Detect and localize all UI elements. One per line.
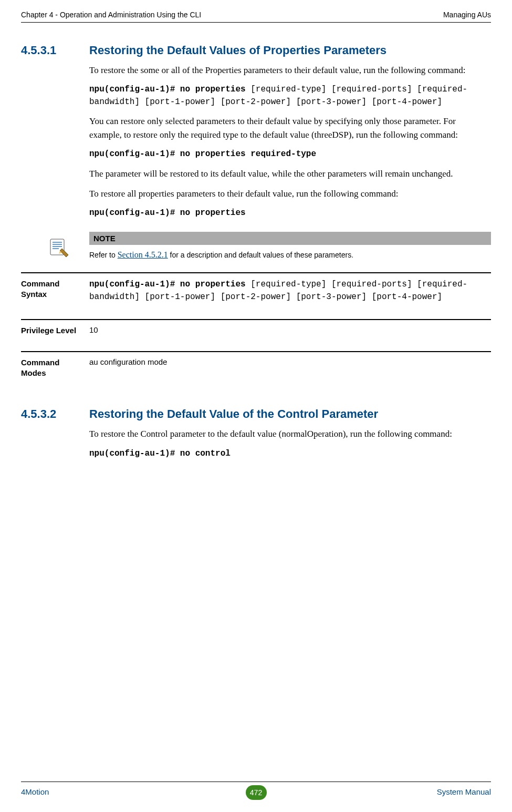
kv-value: au configuration mode — [89, 357, 491, 378]
kv-value: npu(config-au-1)# no properties [require… — [89, 279, 491, 303]
note-block: NOTE Refer to Section 4.5.2.1 for a desc… — [21, 232, 491, 263]
note-text-after: for a description and default values of … — [168, 251, 353, 259]
page-number-badge: 472 — [246, 785, 267, 800]
section-heading: 4.5.3.1 Restoring the Default Values of … — [21, 44, 491, 57]
modes-value: au configuration mode — [89, 357, 167, 366]
note-icon-cell — [21, 232, 89, 263]
footer-left: 4Motion — [21, 787, 49, 796]
note-icon — [47, 237, 69, 259]
header-left: Chapter 4 - Operation and Administration… — [21, 11, 201, 19]
page-header: Chapter 4 - Operation and Administration… — [21, 11, 491, 23]
privilege-level-row: Privilege Level 10 — [21, 319, 491, 350]
command-line: npu(config-au-1)# no control — [89, 448, 486, 460]
paragraph: To restore the some or all of the Proper… — [89, 64, 486, 77]
section-number: 4.5.3.1 — [21, 44, 89, 57]
command-bold: npu(config-au-1)# no properties — [89, 85, 246, 94]
header-right: Managing AUs — [443, 11, 491, 19]
footer-right: System Manual — [437, 787, 491, 796]
section-title: Restoring the Default Value of the Contr… — [89, 407, 491, 421]
priv-value: 10 — [89, 325, 98, 334]
section-number: 4.5.3.2 — [21, 407, 89, 421]
note-link[interactable]: Section 4.5.2.1 — [118, 250, 168, 259]
kv-label: Privilege Level — [21, 325, 89, 336]
command-line: npu(config-au-1)# no properties [require… — [89, 84, 486, 108]
kv-label: Command Syntax — [21, 279, 89, 303]
section-title: Restoring the Default Values of Properti… — [89, 44, 491, 57]
command-line: npu(config-au-1)# no properties — [89, 207, 486, 219]
paragraph: The parameter will be restored to its de… — [89, 167, 486, 181]
kv-value: 10 — [89, 325, 491, 336]
command-syntax-row: Command Syntax npu(config-au-1)# no prop… — [21, 272, 491, 316]
paragraph: To restore the Control parameter to the … — [89, 427, 486, 441]
note-title: NOTE — [89, 232, 491, 245]
syntax-bold: npu(config-au-1)# no properties — [89, 280, 246, 289]
kv-label: Command Modes — [21, 357, 89, 378]
paragraph: To restore all properties parameters to … — [89, 187, 486, 201]
section-heading: 4.5.3.2 Restoring the Default Value of t… — [21, 407, 491, 421]
note-body: Refer to Section 4.5.2.1 for a descripti… — [89, 245, 491, 263]
command-line: npu(config-au-1)# no properties required… — [89, 148, 486, 160]
command-modes-row: Command Modes au configuration mode — [21, 351, 491, 392]
page-footer: 4Motion 472 System Manual — [21, 782, 491, 796]
paragraph: You can restore only selected parameters… — [89, 115, 486, 142]
note-text-before: Refer to — [89, 251, 118, 259]
footer-center: 472 — [246, 785, 267, 800]
